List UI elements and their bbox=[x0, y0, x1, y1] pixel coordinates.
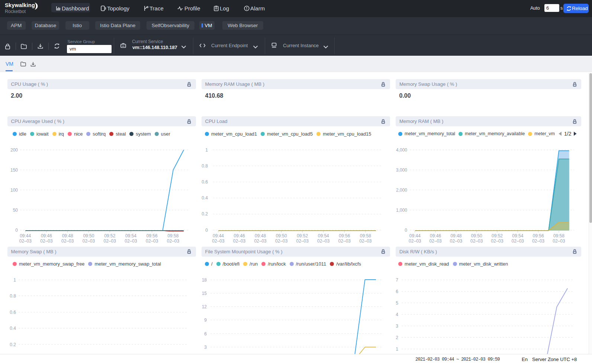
svg-text:4,000: 4,000 bbox=[396, 147, 407, 153]
svg-text:02–03: 02–03 bbox=[296, 238, 309, 244]
svg-text:09:46: 09:46 bbox=[430, 233, 441, 238]
svg-text:6: 6 bbox=[396, 289, 398, 294]
svg-text:0.4: 0.4 bbox=[202, 195, 208, 201]
svg-text:2: 2 bbox=[396, 335, 398, 340]
svg-text:02–03: 02–03 bbox=[553, 238, 565, 244]
svg-text:02–03: 02–03 bbox=[104, 238, 116, 244]
svg-text:7: 7 bbox=[396, 277, 398, 283]
svg-text:02–03: 02–03 bbox=[359, 238, 372, 244]
svg-text:02–03: 02–03 bbox=[409, 238, 421, 244]
svg-text:3,000: 3,000 bbox=[396, 168, 407, 173]
svg-text:0.6: 0.6 bbox=[202, 179, 208, 185]
svg-text:200: 200 bbox=[10, 147, 18, 153]
svg-text:12: 12 bbox=[202, 304, 207, 309]
svg-text:1: 1 bbox=[13, 277, 16, 283]
svg-text:09:54: 09:54 bbox=[318, 233, 329, 238]
svg-text:09:54: 09:54 bbox=[125, 233, 136, 238]
svg-text:09:44: 09:44 bbox=[213, 233, 224, 238]
svg-text:09:52: 09:52 bbox=[297, 233, 308, 238]
svg-text:02–03: 02–03 bbox=[317, 238, 330, 244]
svg-text:0.2: 0.2 bbox=[202, 211, 208, 217]
svg-text:4: 4 bbox=[396, 312, 398, 317]
svg-text:09:48: 09:48 bbox=[255, 233, 266, 238]
svg-text:09:58: 09:58 bbox=[553, 233, 564, 238]
svg-text:09:50: 09:50 bbox=[471, 233, 482, 238]
svg-text:02–03: 02–03 bbox=[83, 238, 95, 244]
svg-text:02–03: 02–03 bbox=[429, 238, 442, 244]
svg-text:0: 0 bbox=[405, 228, 407, 233]
svg-text:0.8: 0.8 bbox=[10, 293, 16, 299]
svg-text:02–03: 02–03 bbox=[254, 238, 267, 244]
svg-text:0.6: 0.6 bbox=[10, 310, 16, 315]
svg-text:09:46: 09:46 bbox=[41, 233, 52, 238]
svg-text:50: 50 bbox=[13, 208, 18, 213]
svg-text:09:50: 09:50 bbox=[276, 233, 287, 238]
svg-text:09:46: 09:46 bbox=[234, 233, 245, 238]
svg-text:0: 0 bbox=[205, 228, 208, 233]
svg-text:02–03: 02–03 bbox=[40, 238, 53, 244]
svg-text:09:44: 09:44 bbox=[409, 233, 421, 238]
svg-text:09:52: 09:52 bbox=[492, 233, 503, 238]
svg-text:09:56: 09:56 bbox=[533, 233, 544, 238]
svg-text:1: 1 bbox=[205, 147, 208, 153]
svg-text:02–03: 02–03 bbox=[338, 238, 351, 244]
svg-text:02–03: 02–03 bbox=[212, 238, 225, 244]
svg-text:0: 0 bbox=[15, 228, 18, 233]
svg-text:1: 1 bbox=[396, 347, 398, 352]
svg-text:02–03: 02–03 bbox=[233, 238, 246, 244]
svg-text:18: 18 bbox=[202, 277, 207, 283]
svg-text:1,000: 1,000 bbox=[396, 208, 407, 213]
svg-text:09:54: 09:54 bbox=[512, 233, 523, 238]
svg-text:02–03: 02–03 bbox=[470, 238, 483, 244]
svg-text:100: 100 bbox=[10, 188, 18, 193]
svg-text:5: 5 bbox=[396, 300, 398, 306]
svg-text:02–03: 02–03 bbox=[125, 238, 137, 244]
svg-text:2,000: 2,000 bbox=[396, 188, 407, 193]
svg-text:15: 15 bbox=[202, 291, 207, 296]
svg-text:09:58: 09:58 bbox=[360, 233, 371, 238]
svg-text:0.8: 0.8 bbox=[202, 163, 208, 169]
svg-text:3: 3 bbox=[396, 324, 398, 329]
svg-text:02–03: 02–03 bbox=[146, 238, 158, 244]
svg-text:09:48: 09:48 bbox=[450, 233, 461, 238]
svg-text:02–03: 02–03 bbox=[61, 238, 74, 244]
svg-text:02–03: 02–03 bbox=[167, 238, 180, 244]
svg-text:9: 9 bbox=[204, 318, 207, 323]
svg-text:02–03: 02–03 bbox=[450, 238, 463, 244]
svg-text:09:56: 09:56 bbox=[339, 233, 350, 238]
svg-text:0.4: 0.4 bbox=[10, 326, 16, 331]
svg-text:09:56: 09:56 bbox=[147, 233, 158, 238]
svg-text:02–03: 02–03 bbox=[512, 238, 524, 244]
svg-text:02–03: 02–03 bbox=[19, 238, 32, 244]
svg-text:02–03: 02–03 bbox=[491, 238, 503, 244]
svg-text:150: 150 bbox=[10, 168, 18, 173]
svg-text:0.2: 0.2 bbox=[10, 342, 16, 347]
svg-text:09:44: 09:44 bbox=[20, 233, 31, 238]
svg-text:09:52: 09:52 bbox=[104, 233, 115, 238]
svg-text:09:48: 09:48 bbox=[62, 233, 73, 238]
svg-text:09:58: 09:58 bbox=[167, 233, 178, 238]
svg-text:3: 3 bbox=[204, 345, 207, 350]
svg-text:09:50: 09:50 bbox=[83, 233, 94, 238]
svg-text:02–03: 02–03 bbox=[532, 238, 545, 244]
svg-text:02–03: 02–03 bbox=[275, 238, 288, 244]
svg-text:6: 6 bbox=[204, 331, 207, 337]
